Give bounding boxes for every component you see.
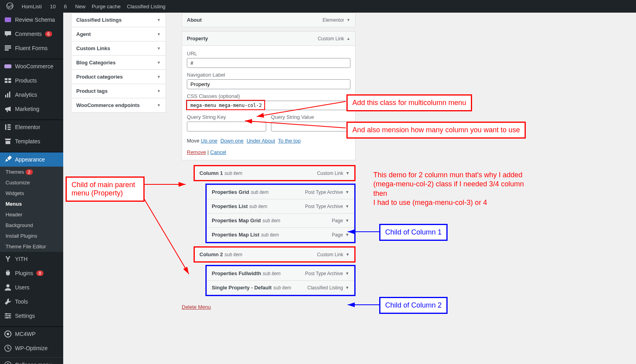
sidebar-collapse[interactable]: Collapse menu [0,357,63,364]
panel-classified-listings[interactable]: Classified Listings▼ [72,13,166,27]
qsk-label: Query String Key [187,114,266,120]
sidebar-yith[interactable]: YITH [0,252,63,266]
chevron-down-icon: ▼ [345,233,349,237]
sidebar-woocommerce[interactable]: WooCommerce [0,59,63,73]
purge-cache[interactable]: Purge cache [88,0,124,13]
sidebar-products[interactable]: Products [0,73,63,88]
css-classes-label: CSS Classes (optional) [187,93,350,99]
sidebar-settings[interactable]: Settings [0,309,63,323]
svg-rect-10 [5,95,6,98]
panel-agent[interactable]: Agent▼ [72,27,166,41]
menu-item-column-2[interactable]: Column 2sub item Custom Link▼ [194,246,356,263]
svg-rect-12 [9,92,10,98]
classified-listing[interactable]: Classified Listing [124,0,169,13]
sidebar-comments[interactable]: Comments6 [0,27,63,41]
svg-rect-13 [5,124,6,130]
annotation-child-col2: Child of Column 2 [379,297,448,314]
sidebar-fluent-forms[interactable]: Fluent Forms [0,41,63,55]
menu-item-properties-map-grid[interactable]: Properties Map Gridsub item Page▼ [207,213,354,228]
svg-rect-11 [7,93,8,98]
sidebar-mc4wp[interactable]: MC4WP [0,327,63,341]
chevron-down-icon: ▼ [345,285,349,290]
move-to-top[interactable]: To the top [278,138,301,144]
svg-rect-3 [5,47,11,49]
css-classes-input[interactable] [187,101,350,110]
comments-badge: 6 [45,31,52,37]
sidebar-wp-optimize[interactable]: WP-Optimize [0,341,63,355]
menu-item-properties-map-list[interactable]: Properties Map Listsub item Page▼ [207,227,354,242]
menu-item-property-header[interactable]: Property Custom Link▲ [182,32,355,45]
site-name[interactable]: HomListi [17,0,45,13]
chevron-up-icon: ▲ [346,36,350,41]
chevron-down-icon: ▼ [157,103,161,107]
menu-item-about-header[interactable]: About Elementor▼ [182,13,355,27]
chevron-down-icon: ▼ [345,190,349,194]
chevron-down-icon: ▼ [157,89,161,93]
annotation-mention-col: And also mension how many column you wan… [346,122,526,139]
chevron-down-icon: ▼ [345,218,349,223]
sidebar-widgets[interactable]: Widgets [0,188,63,199]
move-under-about[interactable]: Under About [246,138,275,144]
panel-product-categories[interactable]: Product categories▼ [72,69,166,84]
qsv-label: Query String Value [271,114,350,120]
sidebar-users[interactable]: Users [0,280,63,295]
menu-item-properties-fullwidth[interactable]: Properties Fullwidthsub item Post Type A… [207,266,354,281]
panel-custom-links[interactable]: Custom Links▼ [72,41,166,55]
comments-count[interactable]: 6 [59,0,70,13]
sidebar-elementor[interactable]: Elementor [0,120,63,134]
panel-wc-endpoints[interactable]: WooCommerce endpoints▼ [72,98,166,112]
chevron-down-icon: ▼ [157,32,161,36]
sidebar-header[interactable]: Header [0,209,63,220]
svg-rect-2 [5,45,11,47]
sidebar-background[interactable]: Background [0,220,63,231]
svg-point-17 [6,284,9,287]
url-input[interactable] [187,58,350,68]
sidebar-tools[interactable]: Tools [0,295,63,309]
new-content[interactable]: New [70,0,88,13]
qsk-input[interactable] [187,122,266,131]
annotation-demo-text: This demo for 2 column mun that's why I … [373,171,539,208]
column-1-children: Properties Gridsub item Post Type Archiv… [205,184,356,243]
menu-item-property: Property Custom Link▲ URL Navigation Lab… [182,31,356,160]
column-2-children: Properties Fullwidthsub item Post Type A… [205,265,356,296]
sidebar-templates[interactable]: Templates [0,134,63,148]
chevron-down-icon: ▼ [157,60,161,65]
move-down-one[interactable]: Down one [220,138,244,144]
themes-badge: 2 [26,169,33,175]
annotation-child-col1: Child of Column 1 [379,224,448,241]
sidebar-customize[interactable]: Customize [0,177,63,188]
sidebar-marketing[interactable]: Marketing [0,102,63,116]
sidebar-plugins[interactable]: Plugins8 [0,266,63,280]
updates[interactable]: 10 [45,0,59,13]
qsv-input[interactable] [271,122,350,131]
wp-logo[interactable] [3,0,17,13]
menu-item-properties-grid[interactable]: Properties Gridsub item Post Type Archiv… [207,185,354,199]
chevron-down-icon: ▼ [345,271,349,276]
sidebar-install-plugins[interactable]: Install Plugins [0,231,63,241]
sidebar-review-schema[interactable]: Review Schema [0,13,63,27]
sidebar-theme-editor[interactable]: Theme File Editor [0,241,63,252]
admin-bar: HomListi 10 6 New Purge cache Classified… [0,0,636,13]
move-controls: Move Up one Down one Under About To the … [187,138,350,144]
svg-point-23 [6,317,8,319]
menu-item-properties-list[interactable]: Properties Listsub item Post Type Archiv… [207,199,354,214]
sidebar-menus[interactable]: Menus [0,199,63,209]
menu-item-column-1[interactable]: Column 1sub item Custom Link▼ [194,165,356,181]
main-content: Classified Listings▼ Agent▼ Custom Links… [63,13,636,364]
sidebar-themes[interactable]: Themes 2 [0,167,63,177]
panel-product-tags[interactable]: Product tags▼ [72,84,166,98]
nav-label-input[interactable] [187,79,350,89]
sidebar-appearance[interactable]: Appearance [0,152,63,167]
delete-menu-link[interactable]: Delete Menu [182,304,211,310]
move-up-one[interactable]: Up one [201,138,217,144]
svg-rect-9 [8,81,11,83]
svg-rect-6 [5,78,8,80]
sidebar-analytics[interactable]: Analytics [0,88,63,102]
remove-link[interactable]: Remove [187,149,206,155]
svg-rect-1 [5,17,11,22]
menu-item-single-property[interactable]: Single Property - Defaultsub item Classi… [207,280,354,295]
panel-blog-categories[interactable]: Blog Categories▼ [72,55,166,69]
metabox-list: Classified Listings▼ Agent▼ Custom Links… [71,13,166,113]
cancel-link[interactable]: Cancel [210,149,226,155]
chevron-down-icon: ▼ [157,18,161,22]
